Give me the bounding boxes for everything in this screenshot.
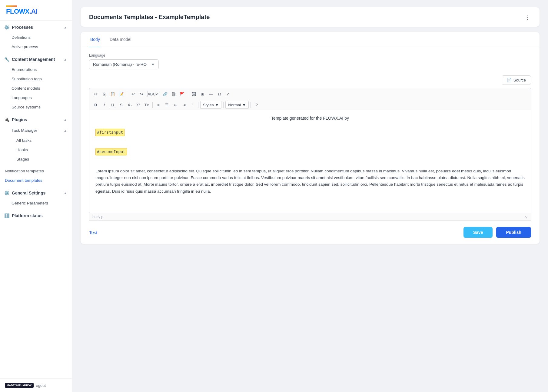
sidebar-item-document-templates[interactable]: Document templates xyxy=(0,176,72,185)
unlink-button[interactable]: ⛓ xyxy=(170,90,178,98)
content-management-icon: 🔧 xyxy=(4,57,9,62)
plugins-group[interactable]: 🔌 Plugins ▲ xyxy=(0,114,72,125)
language-value: Romanian (Romania) - ro-RO xyxy=(93,62,147,67)
table-button[interactable]: ⊞ xyxy=(198,90,206,98)
link-button[interactable]: 🔗 xyxy=(161,90,169,98)
sidebar: FLOWX.AI ⚙️ Processes ▲ Definitions Acti… xyxy=(0,0,72,392)
editor-body-text: Lorem ipsum dolor sit amet, consectetur … xyxy=(95,168,525,195)
editor-center-text: Template generated for the FLOWX.AI by xyxy=(95,115,525,121)
general-settings-group[interactable]: ⚙️ General Settings ▲ xyxy=(0,188,72,198)
save-button[interactable]: Save xyxy=(463,227,493,238)
special-char-button[interactable]: Ω xyxy=(215,90,223,98)
plugins-chevron: ▲ xyxy=(64,118,67,121)
resize-handle[interactable]: ⤡ xyxy=(524,214,528,219)
unordered-list-button[interactable]: ☰ xyxy=(163,101,171,109)
sidebar-item-content-models[interactable]: Content models xyxy=(0,84,72,93)
content-management-group[interactable]: 🔧 Content Management ▲ xyxy=(0,54,72,65)
format-dropdown[interactable]: Normal ▼ xyxy=(225,101,249,109)
content-management-section: 🔧 Content Management ▲ Enumerations Subs… xyxy=(0,53,72,113)
task-manager-chevron: ▲ xyxy=(64,129,67,132)
toolbar-sep-3 xyxy=(159,91,159,97)
sidebar-item-generic-parameters[interactable]: Generic Parameters xyxy=(0,198,72,208)
notification-section: Notification templates Document template… xyxy=(0,165,72,186)
hline-button[interactable]: — xyxy=(207,90,215,98)
logout-link[interactable]: ogout xyxy=(36,383,46,388)
editor-toolbar-row1: ✂ ⎘ 📋 📝 ↩ ↪ ABC✓ 🔗 ⛓ 🚩 🖼 ⊞ — Ω ⤢ xyxy=(89,88,531,100)
format-label: Normal xyxy=(228,103,241,107)
tab-body[interactable]: Body xyxy=(89,32,101,47)
superscript-button[interactable]: X² xyxy=(134,101,142,109)
editor-content-area[interactable]: Template generated for the FLOWX.AI by #… xyxy=(89,110,531,213)
flag-button[interactable]: 🚩 xyxy=(178,90,186,98)
subscript-button[interactable]: X₂ xyxy=(126,101,134,109)
task-manager-group[interactable]: Task Manager ▲ xyxy=(0,125,72,136)
maximize-button[interactable]: ⤢ xyxy=(224,90,232,98)
sidebar-item-all-tasks[interactable]: All tasks xyxy=(0,136,72,145)
source-button[interactable]: 📄 Source xyxy=(502,75,531,85)
logo-flowx: FLOWX xyxy=(6,8,29,15)
help-button[interactable]: ? xyxy=(253,101,261,109)
italic-button[interactable]: I xyxy=(100,101,108,109)
test-button[interactable]: Test xyxy=(89,230,98,235)
paste-text-button[interactable]: 📝 xyxy=(117,90,125,98)
strikethrough-button[interactable]: S xyxy=(117,101,125,109)
copy-button[interactable]: ⎘ xyxy=(100,90,108,98)
cut-button[interactable]: ✂ xyxy=(92,90,100,98)
logo-bar xyxy=(6,5,17,7)
publish-button[interactable]: Publish xyxy=(496,227,531,238)
blockquote-button[interactable]: " xyxy=(188,101,196,109)
sidebar-item-source-systems[interactable]: Source systems xyxy=(0,102,72,112)
source-btn-row: 📄 Source xyxy=(89,75,531,85)
platform-status-label: Platform status xyxy=(12,213,43,218)
styles-label: Styles xyxy=(203,103,214,107)
image-button[interactable]: 🖼 xyxy=(190,90,198,98)
remove-format-button[interactable]: Tx xyxy=(143,101,151,109)
underline-button[interactable]: U xyxy=(109,101,117,109)
indent-increase-button[interactable]: ⇥ xyxy=(180,101,188,109)
content-management-label: Content Management xyxy=(12,57,55,62)
styles-dropdown[interactable]: Styles ▼ xyxy=(200,101,221,109)
tab-data-model[interactable]: Data model xyxy=(108,32,133,47)
processes-label: Processes xyxy=(12,25,33,30)
sidebar-item-active-process[interactable]: Active process xyxy=(0,42,72,51)
processes-chevron: ▲ xyxy=(64,25,67,29)
sidebar-item-hooks[interactable]: Hooks xyxy=(0,145,72,154)
editor-card: Body Data model Language Romanian (Roman… xyxy=(81,32,540,244)
page-title: Documents Templates - ExampleTemplate xyxy=(89,14,210,21)
sidebar-item-enumerations[interactable]: Enumerations xyxy=(0,65,72,74)
general-settings-icon: ⚙️ xyxy=(4,191,9,195)
sidebar-item-stages[interactable]: Stages xyxy=(0,154,72,164)
paste-button[interactable]: 📋 xyxy=(109,90,117,98)
sidebar-item-substitution-tags[interactable]: Substitution tags xyxy=(0,74,72,84)
bold-button[interactable]: B xyxy=(92,101,100,109)
indent-decrease-button[interactable]: ⇤ xyxy=(171,101,179,109)
toolbar-sep-8 xyxy=(251,102,251,108)
bottom-actions: Test Save Publish xyxy=(81,221,540,244)
logo: FLOWX.AI xyxy=(6,8,38,15)
second-input-tag: #secondInput xyxy=(95,148,127,156)
plugins-label: Plugins xyxy=(12,117,27,122)
language-dropdown[interactable]: Romanian (Romania) - ro-RO ▼ xyxy=(89,59,159,69)
spellcheck-button[interactable]: ABC✓ xyxy=(149,90,157,98)
processes-icon: ⚙️ xyxy=(4,25,9,30)
logo-area: FLOWX.AI xyxy=(0,0,72,21)
toolbar-sep-6 xyxy=(198,102,198,108)
statusbar-path: body p xyxy=(92,215,103,219)
source-icon: 📄 xyxy=(507,78,512,82)
general-settings-section: ⚙️ General Settings ▲ Generic Parameters xyxy=(0,186,72,209)
general-settings-label: General Settings xyxy=(12,191,45,195)
undo-button[interactable]: ↩ xyxy=(129,90,137,98)
redo-button[interactable]: ↪ xyxy=(138,90,145,98)
main-content: Documents Templates - ExampleTemplate ⋮ … xyxy=(72,0,548,392)
platform-status-icon: ℹ️ xyxy=(4,213,9,218)
ordered-list-button[interactable]: ≡ xyxy=(154,101,162,109)
platform-status-group[interactable]: ℹ️ Platform status xyxy=(0,210,72,221)
more-options-button[interactable]: ⋮ xyxy=(524,13,531,21)
sidebar-item-languages[interactable]: Languages xyxy=(0,93,72,102)
processes-section: ⚙️ Processes ▲ Definitions Active proces… xyxy=(0,21,72,53)
processes-group[interactable]: ⚙️ Processes ▲ xyxy=(0,22,72,33)
page-header-card: Documents Templates - ExampleTemplate ⋮ xyxy=(81,7,540,27)
save-publish-actions: Save Publish xyxy=(463,227,531,238)
sidebar-item-notification-templates[interactable]: Notification templates xyxy=(0,166,72,176)
sidebar-item-definitions[interactable]: Definitions xyxy=(0,33,72,42)
